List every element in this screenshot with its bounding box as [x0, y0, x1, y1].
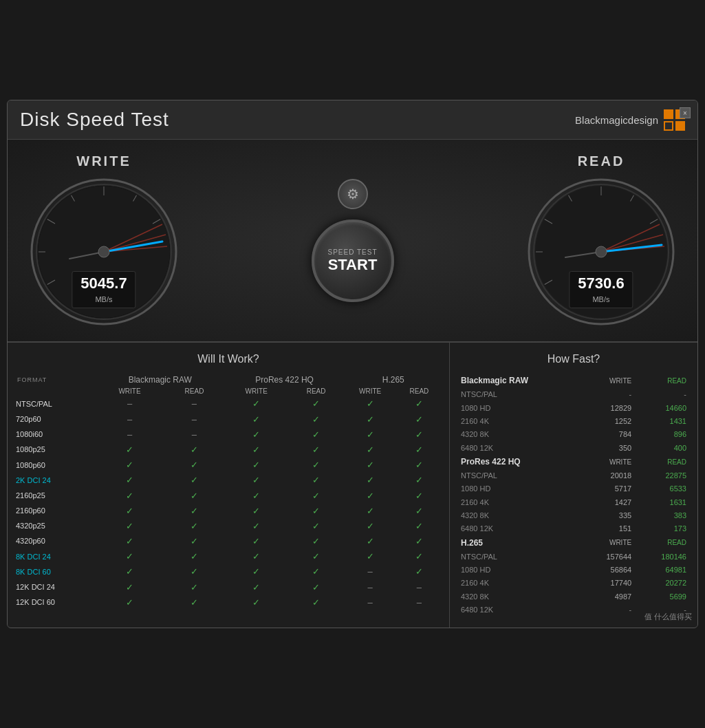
hf-read-val: 20272 — [636, 577, 691, 590]
wiw-row-label: 2160p25 — [14, 489, 96, 504]
hf-write-val: 20018 — [581, 469, 636, 482]
col-empty — [14, 386, 96, 396]
wiw-bm-write: ✓ — [96, 442, 164, 458]
wiw-pr-read: ✓ — [288, 519, 345, 534]
wiw-row: 720p60 – – ✓ ✓ ✓ ✓ — [14, 412, 442, 427]
wiw-bm-read: – — [164, 396, 225, 411]
wiw-bm-write: ✓ — [96, 564, 164, 579]
wiw-pr-read: ✓ — [288, 427, 345, 442]
wiw-bm-read: ✓ — [164, 519, 225, 534]
how-fast-table: Blackmagic RAW WRITE READ NTSC/PAL - - 1… — [457, 374, 691, 617]
wiw-row: 4320p25 ✓ ✓ ✓ ✓ ✓ ✓ — [14, 519, 442, 534]
hf-col-read-label: READ — [636, 455, 691, 469]
brand-logo: Blackmagicdesign — [575, 109, 685, 131]
lower-section: Will It Work? FORMAT Blackmagic RAW ProR… — [8, 343, 697, 627]
hf-row: 6480 12K 151 173 — [457, 522, 691, 535]
wiw-row: 4320p60 ✓ ✓ ✓ ✓ ✓ ✓ — [14, 534, 442, 549]
wiw-h265-read: – — [396, 580, 442, 595]
wiw-row-label: 12K DCI 60 — [14, 595, 96, 610]
col-h265: H.265 — [344, 374, 442, 386]
wiw-row-label: 12K DCI 24 — [14, 580, 96, 595]
read-gauge-wrapper: 5730.6 MB/s — [525, 176, 677, 328]
hf-section-name: ProRes 422 HQ — [457, 455, 581, 469]
wiw-h265-read: ✓ — [396, 473, 442, 488]
wiw-bm-write: – — [96, 412, 164, 427]
hf-row: 4320 8K 784 896 — [457, 428, 691, 441]
hf-read-val: 173 — [636, 522, 691, 535]
hf-row: 1080 HD 5717 6533 — [457, 482, 691, 495]
hf-row-label: 2160 4K — [457, 415, 581, 428]
wiw-h265-read: ✓ — [396, 564, 442, 579]
settings-button[interactable]: ⚙ — [338, 179, 368, 209]
wiw-bm-write: ✓ — [96, 580, 164, 595]
wiw-pr-read: ✓ — [288, 442, 345, 458]
wiw-row: 8K DCI 24 ✓ ✓ ✓ ✓ ✓ ✓ — [14, 549, 442, 564]
wiw-row-label: 2K DCI 24 — [14, 473, 96, 488]
wiw-row-label: 1080i60 — [14, 427, 96, 442]
wiw-h265-write: – — [344, 595, 395, 610]
write-gauge-container: WRITE — [28, 153, 180, 328]
wiw-row-label: NTSC/PAL — [14, 396, 96, 411]
wiw-pr-write: ✓ — [225, 442, 288, 458]
wiw-pr-write: ✓ — [225, 458, 288, 473]
wiw-h265-read: ✓ — [396, 458, 442, 473]
hf-section-name: H.265 — [457, 536, 581, 550]
write-gauge-wrapper: 5045.7 MB/s — [28, 176, 180, 328]
hf-col-read-label: READ — [636, 374, 691, 388]
wiw-bm-write: ✓ — [96, 534, 164, 549]
hf-write-val: 17740 — [581, 577, 636, 590]
wiw-row-label: 8K DCI 60 — [14, 564, 96, 579]
wiw-row-label: 4320p25 — [14, 519, 96, 534]
wiw-bm-write: ✓ — [96, 473, 164, 488]
hf-row-label: 2160 4K — [457, 496, 581, 509]
hf-write-val: 1427 — [581, 496, 636, 509]
hf-read-val: 6533 — [636, 482, 691, 495]
close-button[interactable]: × — [680, 107, 691, 118]
hf-row-label: NTSC/PAL — [457, 469, 581, 482]
wiw-bm-read: ✓ — [164, 458, 225, 473]
hf-read-val: 400 — [636, 442, 691, 455]
brand-cell-1 — [664, 109, 673, 119]
hf-row-label: 1080 HD — [457, 402, 581, 415]
wiw-pr-read: ✓ — [288, 580, 345, 595]
hf-row-label: 2160 4K — [457, 577, 581, 590]
hf-row: 4320 8K 335 383 — [457, 509, 691, 522]
wiw-h265-read: ✓ — [396, 412, 442, 427]
wiw-pr-read: ✓ — [288, 564, 345, 579]
start-label-line2: START — [328, 256, 378, 274]
hf-write-val: 151 — [581, 522, 636, 535]
start-label-line1: SPEED TEST — [327, 248, 377, 256]
hf-write-val: 784 — [581, 428, 636, 441]
hf-row-label: NTSC/PAL — [457, 388, 581, 401]
will-it-work-section: Will It Work? FORMAT Blackmagic RAW ProR… — [8, 343, 450, 627]
hf-col-read-label: READ — [636, 536, 691, 550]
wiw-h265-read: ✓ — [396, 442, 442, 458]
hf-row-label: 1080 HD — [457, 482, 581, 495]
wiw-bm-read: ✓ — [164, 473, 225, 488]
wiw-row: 2K DCI 24 ✓ ✓ ✓ ✓ ✓ ✓ — [14, 473, 442, 488]
hf-write-val: 12829 — [581, 402, 636, 415]
wiw-bm-write: ✓ — [96, 519, 164, 534]
hf-write-val: 157644 — [581, 550, 636, 564]
start-button[interactable]: SPEED TEST START — [312, 220, 394, 302]
brand-name: Blackmagicdesign — [575, 114, 658, 126]
hf-row: NTSC/PAL 20018 22875 — [457, 469, 691, 482]
wiw-h265-read: ✓ — [396, 549, 442, 564]
col-pr-read: READ — [288, 386, 345, 396]
hf-row-label: 6480 12K — [457, 603, 581, 617]
wiw-row: 1080p60 ✓ ✓ ✓ ✓ ✓ ✓ — [14, 458, 442, 473]
read-unit: MB/s — [592, 295, 609, 303]
hf-section-row: H.265 WRITE READ — [457, 536, 691, 550]
wiw-pr-read: ✓ — [288, 489, 345, 504]
wiw-row: 8K DCI 60 ✓ ✓ ✓ ✓ – ✓ — [14, 564, 442, 579]
hf-write-val: 56864 — [581, 564, 636, 577]
brand-cell-4 — [675, 121, 685, 131]
hf-row-label: 6480 12K — [457, 442, 581, 455]
write-gauge-label: WRITE — [76, 153, 131, 169]
title-bar: Disk Speed Test Blackmagicdesign × — [8, 100, 697, 140]
wiw-bm-read: – — [164, 427, 225, 442]
hf-write-val: - — [581, 388, 636, 401]
wiw-row-label: 2160p60 — [14, 504, 96, 519]
hf-read-val: 14660 — [636, 402, 691, 415]
hf-col-write-label: WRITE — [581, 536, 636, 550]
